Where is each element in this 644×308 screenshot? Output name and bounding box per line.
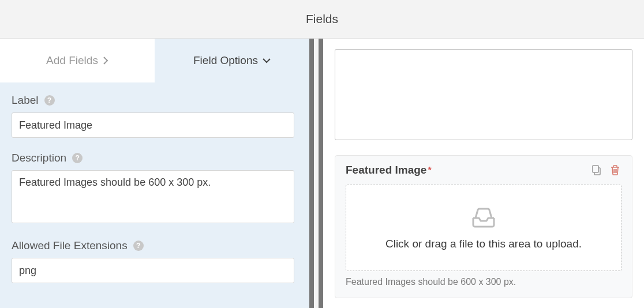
upload-head: Featured Image* bbox=[346, 164, 621, 176]
chevron-right-icon bbox=[103, 57, 108, 65]
extensions-caption-row: Allowed File Extensions ? bbox=[12, 239, 298, 252]
help-icon[interactable]: ? bbox=[72, 153, 83, 163]
label-caption: Label bbox=[12, 94, 39, 107]
upload-field-label: Featured Image bbox=[346, 164, 426, 176]
upload-dropzone[interactable]: Click or drag a file to this area to upl… bbox=[346, 185, 621, 271]
label-caption-row: Label ? bbox=[12, 94, 298, 107]
upload-field-card[interactable]: Featured Image* bbox=[335, 155, 632, 298]
delete-button[interactable] bbox=[609, 164, 621, 176]
card-actions bbox=[590, 164, 621, 176]
description-caption-row: Description ? bbox=[12, 152, 298, 164]
label-input[interactable] bbox=[12, 112, 294, 138]
upload-description-hint: Featured Images should be 600 x 300 px. bbox=[346, 277, 621, 287]
tab-field-options[interactable]: Field Options bbox=[155, 39, 309, 82]
tab-add-fields[interactable]: Add Fields bbox=[0, 39, 155, 82]
main-area: Add Fields Field Options Label ? bbox=[0, 39, 644, 308]
extensions-input[interactable] bbox=[12, 258, 294, 283]
dropzone-text: Click or drag a file to this area to upl… bbox=[385, 238, 582, 250]
preview-textarea[interactable] bbox=[335, 49, 632, 140]
extensions-caption: Allowed File Extensions bbox=[12, 239, 128, 252]
description-input[interactable]: Featured Images should be 600 x 300 px. bbox=[12, 170, 294, 223]
field-options-panel: Label ? Description ? Featured Images sh… bbox=[0, 82, 309, 308]
chevron-down-icon bbox=[263, 58, 271, 63]
duplicate-button[interactable] bbox=[590, 164, 603, 176]
description-row: Description ? Featured Images should be … bbox=[12, 152, 298, 226]
inbox-icon bbox=[470, 205, 497, 228]
required-asterisk: * bbox=[428, 166, 431, 175]
description-caption: Description bbox=[12, 152, 66, 164]
tab-add-fields-label: Add Fields bbox=[46, 54, 98, 67]
copy-icon bbox=[591, 164, 602, 176]
tab-field-options-label: Field Options bbox=[193, 54, 258, 67]
label-row: Label ? bbox=[12, 94, 298, 138]
upload-label-wrap: Featured Image* bbox=[346, 164, 432, 176]
extensions-row: Allowed File Extensions ? bbox=[12, 239, 298, 283]
left-panel: Add Fields Field Options Label ? bbox=[0, 39, 314, 308]
tabs: Add Fields Field Options bbox=[0, 39, 309, 82]
preview-inner: Featured Image* bbox=[323, 39, 644, 308]
help-icon[interactable]: ? bbox=[133, 241, 144, 251]
preview-panel: Featured Image* bbox=[319, 39, 644, 308]
panel-header: Fields bbox=[0, 0, 644, 39]
trash-icon bbox=[610, 164, 620, 176]
svg-rect-1 bbox=[593, 166, 598, 172]
help-icon[interactable]: ? bbox=[44, 95, 55, 106]
panel-title: Fields bbox=[306, 12, 338, 26]
